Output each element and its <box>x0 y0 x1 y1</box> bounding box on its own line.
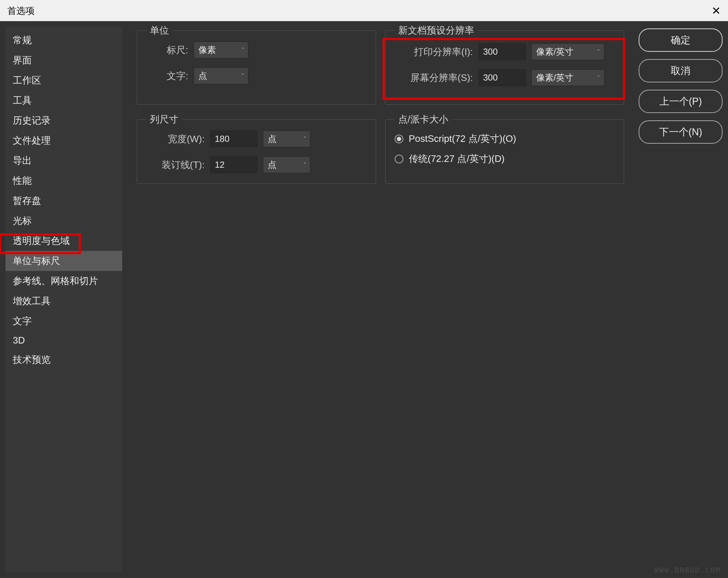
watermark: WWW.BRBGD.COM <box>654 566 721 574</box>
sidebar-item-filehandling[interactable]: 文件处理 <box>5 131 122 151</box>
prev-button[interactable]: 上一个(P) <box>639 90 723 113</box>
sidebar-item-history[interactable]: 历史记录 <box>5 110 122 131</box>
next-button[interactable]: 下一个(N) <box>639 120 723 144</box>
radio-postscript[interactable]: PostScript(72 点/英寸)(O) <box>395 132 615 145</box>
postscript-label: PostScript(72 点/英寸)(O) <box>409 132 516 145</box>
sidebar-item-interface[interactable]: 界面 <box>5 50 122 70</box>
ruler-select[interactable]: 像素 ˇ <box>194 42 248 58</box>
chevron-down-icon: ˇ <box>242 73 244 79</box>
gutter-label: 装订线(T): <box>146 159 205 171</box>
chevron-down-icon: ˇ <box>598 49 600 55</box>
width-input[interactable] <box>210 131 257 147</box>
traditional-label: 传统(72.27 点/英寸)(D) <box>409 152 505 165</box>
width-unit-select[interactable]: 点 ˇ <box>263 131 310 147</box>
col-legend: 列尺寸 <box>146 113 182 126</box>
sidebar-item-scratch[interactable]: 暂存盘 <box>5 191 122 211</box>
sidebar-item-transparency[interactable]: 透明度与色域 <box>5 231 122 251</box>
gutter-unit: 点 <box>268 159 276 171</box>
cancel-button[interactable]: 取消 <box>639 59 723 82</box>
sidebar-item-performance[interactable]: 性能 <box>5 171 122 191</box>
ruler-label: 标尺: <box>146 44 188 57</box>
sidebar-item-workspace[interactable]: 工作区 <box>5 70 122 90</box>
screen-res-unit-select[interactable]: 像素/英寸 ˇ <box>531 69 604 86</box>
ok-button[interactable]: 确定 <box>639 28 723 52</box>
window-title: 首选项 <box>7 5 35 17</box>
units-fieldset: 单位 标尺: 像素 ˇ 文字: 点 ˇ <box>137 30 376 105</box>
type-value: 点 <box>198 70 207 82</box>
print-res-label: 打印分辨率(I): <box>395 46 473 58</box>
screen-res-unit: 像素/英寸 <box>536 72 574 84</box>
print-res-input[interactable] <box>479 43 526 60</box>
sidebar: 常规 界面 工作区 工具 历史记录 文件处理 导出 性能 暂存盘 光标 透明度与… <box>5 27 122 573</box>
close-icon[interactable]: ✕ <box>712 4 721 17</box>
chevron-down-icon: ˇ <box>304 162 306 168</box>
pica-legend: 点/派卡大小 <box>395 113 452 126</box>
chevron-down-icon: ˇ <box>304 136 306 142</box>
type-select[interactable]: 点 ˇ <box>194 67 248 84</box>
screen-res-label: 屏幕分辨率(S): <box>395 71 473 84</box>
sidebar-item-plugins[interactable]: 增效工具 <box>5 291 122 311</box>
sidebar-item-cursor[interactable]: 光标 <box>5 211 122 231</box>
width-label: 宽度(W): <box>146 133 205 146</box>
radio-icon <box>395 135 403 143</box>
sidebar-item-units-rulers[interactable]: 单位与标尺 <box>5 251 122 271</box>
chevron-down-icon: ˇ <box>598 75 600 81</box>
radio-icon <box>395 155 403 163</box>
column-size-fieldset: 列尺寸 宽度(W): 点 ˇ 装订线(T): 点 <box>137 119 376 184</box>
ruler-value: 像素 <box>198 44 216 56</box>
print-res-unit: 像素/英寸 <box>536 46 574 58</box>
content-area: 单位 标尺: 像素 ˇ 文字: 点 ˇ <box>126 27 635 573</box>
type-label: 文字: <box>146 70 188 82</box>
sidebar-item-3d[interactable]: 3D <box>5 331 122 350</box>
units-legend: 单位 <box>146 24 173 37</box>
button-panel: 确定 取消 上一个(P) 下一个(N) <box>639 27 723 573</box>
sidebar-item-export[interactable]: 导出 <box>5 151 122 171</box>
sidebar-item-general[interactable]: 常规 <box>5 30 122 50</box>
sidebar-item-guides[interactable]: 参考线、网格和切片 <box>5 271 122 291</box>
doc-resolution-fieldset: 新文档预设分辨率 打印分辨率(I): 像素/英寸 ˇ 屏幕分辨率(S): <box>385 30 624 105</box>
radio-traditional[interactable]: 传统(72.27 点/英寸)(D) <box>395 152 615 165</box>
doc-res-legend: 新文档预设分辨率 <box>395 24 478 37</box>
gutter-unit-select[interactable]: 点 ˇ <box>263 156 310 173</box>
pica-size-fieldset: 点/派卡大小 PostScript(72 点/英寸)(O) 传统(72.27 点… <box>385 119 624 184</box>
width-unit: 点 <box>268 133 276 145</box>
titlebar: 首选项 ✕ <box>0 0 728 21</box>
sidebar-item-tools[interactable]: 工具 <box>5 90 122 110</box>
sidebar-item-type[interactable]: 文字 <box>5 311 122 331</box>
print-res-unit-select[interactable]: 像素/英寸 ˇ <box>531 43 604 60</box>
screen-res-input[interactable] <box>479 69 526 86</box>
sidebar-item-techpreview[interactable]: 技术预览 <box>5 350 122 370</box>
gutter-input[interactable] <box>210 156 257 173</box>
chevron-down-icon: ˇ <box>242 47 244 53</box>
